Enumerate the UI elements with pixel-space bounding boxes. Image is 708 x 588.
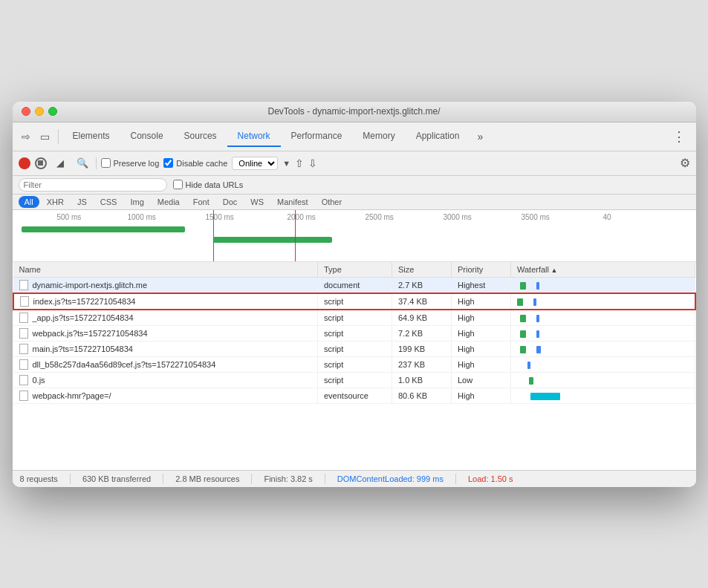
table-row[interactable]: webpack-hmr?page=/eventsource80.6 KBHigh: [13, 388, 695, 403]
cell-type: eventsource: [318, 388, 392, 403]
device-icon[interactable]: ▭: [36, 128, 54, 146]
cell-waterfall: [511, 293, 695, 310]
cell-name: dll_b58c257da4aa56d89cef.js?ts=157227105…: [13, 356, 318, 372]
cell-priority: High: [452, 310, 511, 326]
cell-priority: High: [452, 325, 511, 341]
cell-priority: High: [452, 388, 511, 403]
devtools-body: ⇨ ▭ Elements Console Sources Network Per…: [13, 122, 696, 487]
type-btn-font[interactable]: Font: [187, 196, 215, 208]
stop-recording-button[interactable]: [35, 157, 47, 169]
throttling-select[interactable]: Online: [232, 157, 278, 170]
col-priority[interactable]: Priority: [452, 262, 511, 278]
search-button[interactable]: 🔍: [74, 154, 91, 172]
tab-performance[interactable]: Performance: [281, 126, 353, 147]
cell-size: 80.6 KB: [392, 388, 452, 403]
cell-type: script: [318, 356, 392, 372]
preserve-log-label[interactable]: Preserve log: [101, 158, 160, 168]
cell-name: webpack-hmr?page=/: [13, 388, 318, 403]
type-btn-doc[interactable]: Doc: [217, 196, 244, 208]
file-name: webpack.js?ts=1572271054834: [33, 329, 148, 338]
status-divider-3: [251, 474, 252, 484]
cell-name: index.js?ts=1572271054834: [13, 293, 318, 310]
cell-waterfall: [511, 372, 695, 388]
network-settings-button[interactable]: ⚙: [680, 156, 690, 170]
timeline-label-1500: 1500 ms: [206, 213, 234, 221]
devtools-menu-button[interactable]: ⋮: [666, 125, 692, 148]
requests-count: 8 requests: [20, 474, 58, 483]
type-btn-other[interactable]: Other: [316, 196, 348, 208]
type-btn-manifest[interactable]: Manifest: [271, 196, 314, 208]
type-btn-img[interactable]: Img: [124, 196, 149, 208]
timeline-area: 500 ms 1000 ms 1500 ms 2000 ms 2500 ms 3…: [13, 210, 696, 262]
col-size[interactable]: Size: [392, 262, 452, 278]
type-btn-all[interactable]: All: [19, 196, 39, 208]
preserve-log-checkbox[interactable]: [101, 158, 111, 168]
table-row[interactable]: main.js?ts=1572271054834script199 KBHigh: [13, 341, 695, 356]
table-row[interactable]: webpack.js?ts=1572271054834script7.2 KBH…: [13, 325, 695, 341]
type-btn-css[interactable]: CSS: [94, 196, 123, 208]
timeline-bar-green-1: [22, 226, 185, 232]
disable-cache-label[interactable]: Disable cache: [163, 158, 227, 168]
disable-cache-checkbox[interactable]: [163, 158, 173, 168]
file-name: index.js?ts=1572271054834: [33, 297, 136, 306]
col-name[interactable]: Name: [13, 262, 318, 278]
table-row[interactable]: dynamic-import-nextjs.glitch.medocument2…: [13, 277, 695, 293]
file-name: 0.js: [33, 376, 45, 385]
network-table-container: Name Type Size Priority Waterfall dynami…: [13, 262, 696, 470]
cell-type: script: [318, 325, 392, 341]
table-row[interactable]: index.js?ts=1572271054834script37.4 KBHi…: [13, 293, 695, 310]
export-har-button[interactable]: ⇩: [308, 157, 317, 169]
tab-elements[interactable]: Elements: [62, 126, 120, 147]
status-bar: 8 requests 630 KB transferred 2.8 MB res…: [13, 470, 696, 487]
file-name: dll_b58c257da4aa56d89cef.js?ts=157227105…: [33, 360, 216, 369]
cursor-icon[interactable]: ⇨: [17, 128, 35, 146]
stop-inner-icon: [38, 160, 43, 166]
cell-waterfall: [511, 341, 695, 356]
col-waterfall[interactable]: Waterfall: [511, 262, 695, 278]
file-icon: [19, 344, 28, 354]
cell-waterfall: [511, 356, 695, 372]
cell-priority: High: [452, 341, 511, 356]
close-button[interactable]: [22, 107, 30, 116]
timeline-label-3000: 3000 ms: [444, 213, 472, 221]
tab-network[interactable]: Network: [227, 126, 281, 147]
type-btn-js[interactable]: JS: [71, 196, 93, 208]
timeline-content: 500 ms 1000 ms 1500 ms 2000 ms 2500 ms 3…: [13, 210, 696, 261]
filter-input[interactable]: [19, 178, 167, 192]
col-type[interactable]: Type: [318, 262, 392, 278]
traffic-lights: [22, 107, 57, 116]
type-btn-ws[interactable]: WS: [244, 196, 270, 208]
cell-type: script: [318, 372, 392, 388]
timeline-label-2000: 2000 ms: [288, 213, 316, 221]
hide-data-urls-checkbox[interactable]: [173, 180, 183, 189]
timeline-label-1000: 1000 ms: [128, 213, 156, 221]
tab-sources[interactable]: Sources: [174, 126, 227, 147]
type-filter-bar: All XHR JS CSS Img Media Font Doc WS Man…: [13, 195, 696, 210]
cell-type: script: [318, 310, 392, 326]
type-btn-media[interactable]: Media: [152, 196, 186, 208]
record-button[interactable]: [19, 157, 30, 169]
cell-type: document: [318, 277, 392, 293]
timeline-label-40: 40: [603, 213, 611, 221]
table-row[interactable]: dll_b58c257da4aa56d89cef.js?ts=157227105…: [13, 356, 695, 372]
file-icon: [19, 328, 28, 339]
table-row[interactable]: _app.js?ts=1572271054834script64.9 KBHig…: [13, 310, 695, 326]
file-name: webpack-hmr?page=/: [33, 391, 111, 400]
network-table: Name Type Size Priority Waterfall dynami…: [13, 262, 696, 404]
filter-toggle-button[interactable]: ◢: [51, 154, 69, 172]
file-icon: [20, 296, 29, 307]
hide-data-urls-label[interactable]: Hide data URLs: [173, 180, 244, 189]
cell-size: 37.4 KB: [392, 293, 452, 310]
tab-console[interactable]: Console: [120, 126, 174, 147]
tab-application[interactable]: Application: [406, 126, 470, 147]
type-btn-xhr[interactable]: XHR: [41, 196, 70, 208]
more-tabs-button[interactable]: »: [472, 128, 487, 146]
maximize-button[interactable]: [48, 107, 57, 116]
toolbar-divider: [58, 129, 59, 144]
import-har-button[interactable]: ⇧: [295, 157, 304, 169]
table-row[interactable]: 0.jsscript1.0 KBLow: [13, 372, 695, 388]
file-icon: [19, 391, 28, 401]
minimize-button[interactable]: [35, 107, 44, 116]
tab-memory[interactable]: Memory: [352, 126, 405, 147]
disable-cache-text: Disable cache: [176, 159, 227, 168]
